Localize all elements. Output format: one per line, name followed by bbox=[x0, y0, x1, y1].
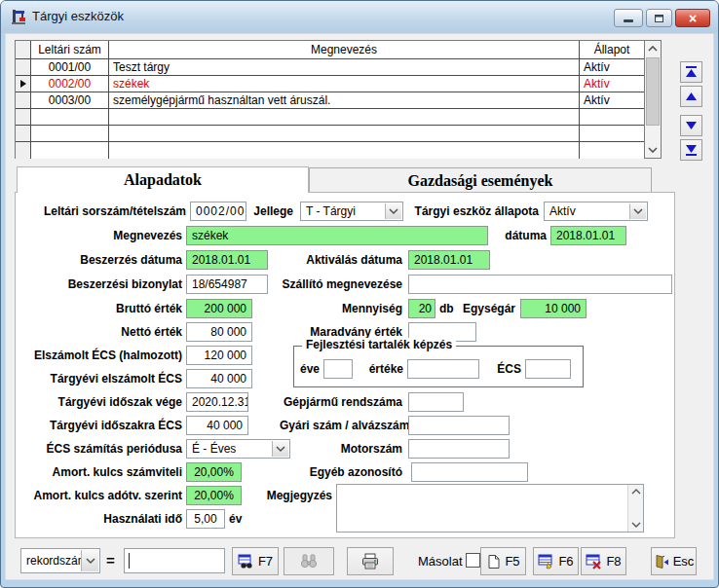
activation-date-field[interactable]: 2018.01.01 bbox=[408, 250, 490, 270]
previous-record-button[interactable] bbox=[680, 86, 702, 107]
memo-scrollbar[interactable] bbox=[627, 485, 643, 532]
dev-reserve-year-label: éve bbox=[296, 359, 320, 379]
find-next-button-disabled[interactable] bbox=[284, 547, 334, 575]
cell-leltari-szam: 0002/00 bbox=[31, 76, 109, 92]
new-page-icon bbox=[486, 554, 501, 570]
window-title: Tárgyi eszközök bbox=[32, 9, 124, 23]
name-label: Megnevezés bbox=[11, 226, 182, 245]
cell-allapot: Aktív bbox=[580, 92, 644, 108]
restore-button[interactable] bbox=[646, 9, 672, 27]
row-marker-cell bbox=[16, 59, 31, 75]
cell-leltari-szam: 0001/00 bbox=[31, 59, 109, 75]
grid-header-megnevezes[interactable]: Megnevezés bbox=[109, 41, 580, 58]
memo-scroll-up-button[interactable] bbox=[628, 485, 643, 498]
depr-period-select[interactable]: É - Éves bbox=[186, 439, 290, 459]
row-marker-cell bbox=[16, 92, 31, 108]
dropdown-button[interactable] bbox=[629, 203, 646, 219]
cell-megnevezes: székek bbox=[109, 76, 580, 92]
scroll-up-button[interactable] bbox=[645, 41, 661, 56]
period-depr-field[interactable]: 40 000 bbox=[186, 416, 248, 435]
net-value-label: Nettó érték bbox=[11, 322, 182, 342]
chevron-down-icon bbox=[388, 206, 399, 216]
net-value-field[interactable]: 80 000 bbox=[186, 322, 252, 342]
unit-price-label: Egységár bbox=[461, 299, 515, 318]
f8-label: F8 bbox=[606, 554, 621, 569]
cell-megnevezes: Teszt tárgy bbox=[109, 59, 580, 75]
grid-empty-row[interactable] bbox=[16, 126, 644, 142]
useful-life-field[interactable]: 5,00 bbox=[186, 509, 225, 529]
depr-rate-tax-field[interactable]: 20,00% bbox=[186, 486, 242, 505]
asset-status-select[interactable]: Aktív bbox=[544, 202, 648, 221]
chevron-down-icon bbox=[85, 556, 96, 566]
name-field[interactable]: székek bbox=[186, 226, 488, 245]
close-button[interactable]: × bbox=[675, 9, 710, 27]
edit-record-f6-button[interactable]: F6 bbox=[533, 547, 579, 575]
notes-label: Megjegyzés bbox=[245, 486, 332, 505]
depr-rate-acc-field[interactable]: 20,00% bbox=[186, 462, 242, 482]
next-record-button[interactable] bbox=[680, 115, 702, 136]
print-button[interactable] bbox=[347, 547, 394, 575]
minimize-icon bbox=[624, 19, 633, 22]
restore-icon bbox=[655, 15, 663, 22]
dev-reserve-year-field[interactable] bbox=[323, 359, 353, 379]
gross-value-field[interactable]: 200 000 bbox=[186, 299, 252, 318]
memo-scroll-down-button[interactable] bbox=[628, 518, 643, 532]
type-select[interactable]: T - Tárgyi bbox=[300, 202, 403, 221]
delete-record-f8-button[interactable]: F8 bbox=[581, 547, 626, 575]
grid-scrollbar[interactable] bbox=[644, 41, 661, 158]
purchase-date-label: Beszerzés dátuma bbox=[11, 250, 182, 270]
dropdown-button[interactable] bbox=[385, 203, 401, 219]
serial-no-label: Gyári szám / alvázszám bbox=[280, 416, 402, 435]
search-input[interactable] bbox=[124, 548, 225, 573]
status-date-field[interactable]: 2018.01.01 bbox=[550, 226, 626, 245]
grid-row-1[interactable]: 0001/00 Teszt tárgy Aktív bbox=[16, 59, 644, 76]
cell-allapot bbox=[580, 126, 644, 141]
grid-empty-row[interactable] bbox=[16, 142, 644, 159]
minimize-button[interactable] bbox=[614, 9, 643, 27]
quantity-field[interactable]: 20 bbox=[408, 299, 435, 318]
plate-no-field[interactable] bbox=[408, 392, 464, 412]
text-caret bbox=[129, 553, 130, 569]
delete-record-icon bbox=[586, 554, 602, 570]
period-end-field[interactable]: 2020.12.31 bbox=[186, 392, 248, 412]
title-bar[interactable]: Tárgyi eszközök × bbox=[1, 1, 718, 33]
grid-header-leltari-szam[interactable]: Leltári szám bbox=[31, 41, 109, 58]
grid-empty-row[interactable] bbox=[16, 109, 644, 126]
scroll-down-button[interactable] bbox=[645, 142, 661, 158]
purchase-date-field[interactable]: 2018.01.01 bbox=[186, 250, 268, 270]
year-depr-field[interactable]: 40 000 bbox=[186, 369, 252, 388]
dropdown-button[interactable] bbox=[81, 550, 98, 571]
tab-gazdasagi-esemenyek[interactable]: Gazdasági események bbox=[309, 167, 652, 193]
equals-label: = bbox=[106, 548, 115, 573]
inventory-no-field[interactable]: 0002/00 bbox=[190, 202, 246, 221]
cell-allapot bbox=[580, 109, 644, 125]
scrollbar-thumb[interactable] bbox=[646, 57, 660, 126]
serial-no-field[interactable] bbox=[408, 416, 510, 435]
other-id-field[interactable] bbox=[411, 462, 528, 482]
purchase-doc-field[interactable]: 18/654987 bbox=[186, 275, 268, 294]
cell-allapot bbox=[580, 142, 644, 159]
exit-esc-button[interactable]: Esc bbox=[651, 547, 697, 575]
cell-leltari-szam bbox=[31, 109, 109, 125]
grid-header-allapot[interactable]: Állapot bbox=[580, 41, 644, 58]
accumulated-depr-field[interactable]: 120 000 bbox=[186, 346, 252, 365]
record-field-combobox[interactable]: rekordszám bbox=[20, 548, 100, 573]
dev-reserve-ecs-field[interactable] bbox=[525, 359, 571, 379]
grid-row-2-selected[interactable]: 0002/00 székek Aktív bbox=[16, 76, 644, 92]
dev-reserve-amount-field[interactable] bbox=[407, 359, 479, 379]
last-record-button[interactable] bbox=[680, 139, 702, 161]
unit-price-field[interactable]: 10 000 bbox=[520, 299, 587, 318]
grid-row-3[interactable]: 0003/00 személygépjármű használtan vett … bbox=[16, 92, 644, 109]
copy-checkbox[interactable] bbox=[466, 553, 480, 568]
first-record-button[interactable] bbox=[680, 61, 702, 83]
supplier-field[interactable] bbox=[408, 275, 672, 294]
new-record-f5-button[interactable]: F5 bbox=[480, 547, 526, 575]
engine-no-field[interactable] bbox=[408, 439, 510, 459]
tab-alapadatok[interactable]: Alapadatok bbox=[17, 166, 309, 193]
search-f7-button[interactable]: F7 bbox=[232, 547, 279, 575]
binoculars-icon bbox=[299, 553, 319, 570]
esc-label: Esc bbox=[673, 554, 695, 569]
notes-textarea[interactable] bbox=[336, 484, 644, 533]
type-value: T - Tárgyi bbox=[306, 204, 356, 218]
first-record-icon bbox=[684, 65, 699, 79]
